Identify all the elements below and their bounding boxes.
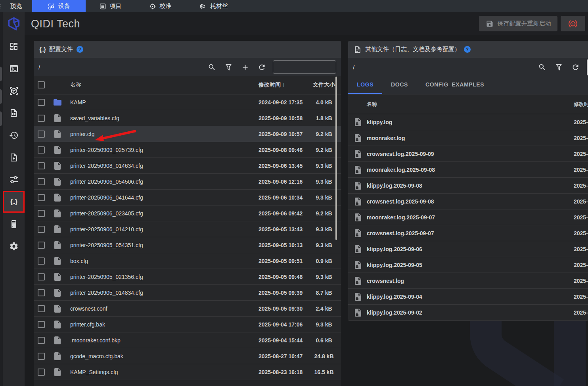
file-modified: 2025- <box>574 167 588 173</box>
row-checkbox[interactable] <box>38 131 45 138</box>
row-checkbox[interactable] <box>38 353 45 360</box>
config-panel-scrollbar[interactable] <box>335 77 337 240</box>
table-row[interactable]: klippy.log.2025-09-04 2025- <box>348 289 588 305</box>
file-size: 9.3 kB <box>307 242 341 248</box>
table-row[interactable]: klippy.log.2025-09-08 2025- <box>348 178 588 194</box>
tab-projects[interactable]: 项目 <box>86 0 135 12</box>
file-size: 8.7 kB <box>307 290 341 296</box>
row-checkbox[interactable] <box>38 337 45 344</box>
table-row[interactable]: KAMP 2024-09-02 17:35 4.0 kB <box>34 94 341 110</box>
config-panel-header[interactable]: {..} 配置文件 ? <box>34 41 341 58</box>
table-row[interactable]: crowsnest.conf 2025-09-05 09:30 2.4 kB <box>34 301 341 317</box>
table-row[interactable]: printer-20250905_021356.cfg 2025-09-05 0… <box>34 269 341 285</box>
row-checkbox[interactable] <box>38 178 45 185</box>
drawer-edge-shape <box>0 67 2 81</box>
sidebar-item-dashboard[interactable] <box>3 35 25 58</box>
column-header-modified[interactable]: 修改时 <box>574 101 588 108</box>
filter-button[interactable] <box>551 59 567 75</box>
table-row[interactable]: klippy.log.2025-09-05 2025- <box>348 257 588 273</box>
table-row[interactable]: moonraker.log.2025-09-08 2025- <box>348 162 588 178</box>
other-panel-header[interactable]: 其他文件（日志、文档及参考配置） ? <box>348 41 588 58</box>
row-checkbox[interactable] <box>38 99 45 106</box>
save-config-restart-button[interactable]: 保存配置并重新启动 <box>479 16 557 31</box>
table-row[interactable]: printer-20250906_041644.cfg 2025-09-06 1… <box>34 190 341 205</box>
tab-devices[interactable]: 设备 <box>32 0 86 12</box>
row-checkbox[interactable] <box>38 321 45 328</box>
row-checkbox[interactable] <box>38 242 45 249</box>
tab-config-examples[interactable]: CONFIG_EXAMPLES <box>417 75 493 94</box>
table-row[interactable]: printer-20250906_054506.cfg 2025-09-06 1… <box>34 174 341 190</box>
table-row[interactable]: klippy.log.2025-09-06 2025- <box>348 241 588 257</box>
sidebar-item-configure[interactable]: {..} <box>3 191 25 213</box>
sidebar-item-console[interactable] <box>3 58 25 80</box>
table-row[interactable]: klippy.log 2025- <box>348 114 588 130</box>
refresh-icon <box>258 63 266 71</box>
select-all-checkbox[interactable] <box>38 81 45 88</box>
table-row[interactable]: printer.cfg 2025-09-09 10:57 9.2 kB <box>34 126 341 142</box>
emergency-stop-button[interactable] <box>561 16 585 31</box>
search-button[interactable] <box>534 59 550 75</box>
row-checkbox[interactable] <box>38 115 45 122</box>
file-size: 24.8 kB <box>307 353 341 359</box>
devices-icon <box>48 3 55 10</box>
table-row[interactable]: printer-20250905_014834.cfg 2025-09-05 0… <box>34 285 341 301</box>
row-checkbox[interactable] <box>38 257 45 265</box>
refresh-button[interactable] <box>254 59 270 75</box>
refresh-button[interactable] <box>567 59 583 75</box>
table-row[interactable]: saved_variables.cfg 2025-09-09 10:58 1.8… <box>34 110 341 126</box>
row-checkbox[interactable] <box>38 146 45 154</box>
file-icon <box>53 336 62 345</box>
app-logo[interactable] <box>3 12 25 35</box>
row-checkbox[interactable] <box>38 162 45 169</box>
file-type-icon <box>53 209 70 218</box>
column-header-name[interactable]: 名称 <box>367 101 377 108</box>
sidebar-item-jobs[interactable] <box>3 102 25 124</box>
table-row[interactable]: crowsnest.log 2025- <box>348 273 588 289</box>
add-file-button[interactable] <box>237 59 253 75</box>
table-row[interactable]: printer-20250908_014634.cfg 2025-09-06 1… <box>34 158 341 174</box>
sidebar-item-tune[interactable] <box>3 169 25 191</box>
row-checkbox[interactable] <box>38 210 45 217</box>
table-row[interactable]: printer-20250909_025739.cfg 2025-09-08 0… <box>34 142 341 158</box>
tab-logs[interactable]: LOGS <box>348 75 382 94</box>
table-row[interactable]: klippy.log.2025-09-02 2025- <box>348 305 588 321</box>
table-row[interactable]: moonraker.log 2025- <box>348 130 588 146</box>
table-row[interactable]: crowsnest.log.2025-09-09 2025- <box>348 146 588 162</box>
column-header-modified[interactable]: 修改时间 ↓ <box>259 81 307 88</box>
drawer-edge-shape <box>0 89 2 104</box>
sidebar-item-timelapse[interactable] <box>3 146 25 169</box>
table-row[interactable]: printer-20250906_023405.cfg 2025-09-06 0… <box>34 205 341 221</box>
tab-filament[interactable]: 耗材丝 <box>186 0 242 12</box>
table-row[interactable]: moonraker.log.2025-09-07 2025- <box>348 209 588 225</box>
search-input[interactable] <box>273 61 341 73</box>
table-row[interactable]: printer-20250905_054351.cfg 2025-09-05 1… <box>34 237 341 253</box>
row-checkbox[interactable] <box>38 305 45 312</box>
table-row[interactable]: gcode_macro.cfg.bak 2025-08-27 10:47 24.… <box>34 348 341 364</box>
row-checkbox[interactable] <box>38 194 45 201</box>
column-header-name[interactable]: 名称 <box>70 81 259 88</box>
filter-button[interactable] <box>220 59 236 75</box>
file-name: klippy.log.2025-09-05 <box>367 262 588 268</box>
row-checkbox[interactable] <box>38 289 45 296</box>
sidebar-item-history[interactable] <box>3 124 25 146</box>
tab-preview[interactable]: 预览 <box>0 0 32 12</box>
table-row[interactable]: crowsnest.log.2025-09-08 2025- <box>348 194 588 209</box>
table-row[interactable]: box.cfg 2025-09-05 09:51 0.9 kB <box>34 253 341 269</box>
sidebar-item-system[interactable] <box>3 213 25 235</box>
table-row[interactable]: printer.cfg.bak 2025-09-04 17:06 9.3 kB <box>34 317 341 332</box>
tab-calibration[interactable]: 校准 <box>135 0 186 12</box>
table-row[interactable]: printer-20250906_014210.cfg 2025-09-05 1… <box>34 221 341 237</box>
row-checkbox[interactable] <box>38 226 45 233</box>
search-button[interactable] <box>204 59 220 75</box>
sidebar-item-gcode-preview[interactable] <box>3 80 25 102</box>
sidebar-navigation: {..} <box>3 12 25 386</box>
help-icon[interactable]: ? <box>77 46 83 53</box>
row-checkbox[interactable] <box>38 273 45 280</box>
table-row[interactable]: KAMP_Settings.cfg 2025-08-23 16:18 16.5 … <box>34 364 341 380</box>
row-checkbox[interactable] <box>38 369 45 376</box>
help-icon[interactable]: ? <box>464 46 471 53</box>
tab-docs[interactable]: DOCS <box>382 75 417 94</box>
table-row[interactable]: .moonraker.conf.bkp 2025-09-04 15:44 0.6… <box>34 332 341 348</box>
sidebar-item-settings[interactable] <box>3 235 25 257</box>
table-row[interactable]: crowsnest.log.2025-09-07 2025- <box>348 225 588 241</box>
